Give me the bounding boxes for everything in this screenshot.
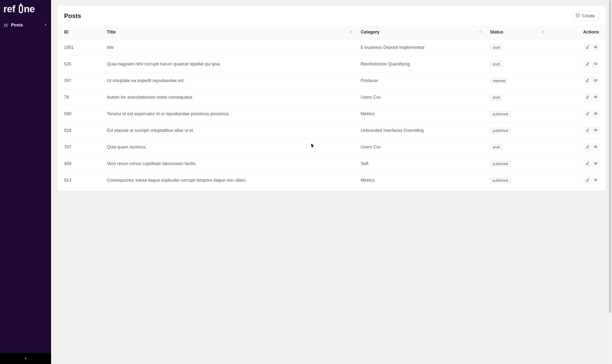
edit-icon — [585, 45, 589, 50]
view-button[interactable] — [592, 44, 599, 51]
edit-button[interactable] — [584, 127, 591, 134]
cell-status: published — [485, 122, 548, 139]
cell-actions — [548, 56, 606, 72]
scrollbar-thumb[interactable] — [609, 0, 611, 313]
cell-category: Producer — [356, 72, 485, 89]
svg-point-24 — [595, 130, 596, 131]
chevron-left-icon — [24, 357, 28, 360]
cell-actions — [548, 156, 606, 172]
edit-button[interactable] — [584, 177, 591, 183]
cell-title: title — [102, 39, 356, 56]
filter-icon[interactable] — [541, 31, 544, 34]
edit-button[interactable] — [584, 94, 591, 101]
column-header-status[interactable]: Status — [485, 25, 548, 39]
table-row: 397Ut voluptate ea impedit repudiandae e… — [57, 72, 606, 89]
view-button[interactable] — [592, 94, 599, 101]
eye-icon — [594, 112, 598, 116]
cell-id: 818 — [57, 122, 102, 139]
svg-point-28 — [595, 163, 596, 164]
edit-button[interactable] — [584, 144, 591, 150]
cell-category: Users Css — [356, 139, 485, 156]
edit-icon — [585, 62, 589, 66]
view-button[interactable] — [592, 110, 599, 117]
eye-icon — [594, 161, 598, 166]
cell-status: draft — [485, 89, 548, 106]
cell-status: published — [485, 106, 548, 122]
view-button[interactable] — [592, 127, 599, 134]
posts-table: ID Title Category — [57, 25, 606, 189]
posts-card: Posts Create ID — [57, 6, 606, 191]
table-row: 590Tenetur id est aspernatur id ut repud… — [57, 106, 606, 122]
refine-logo-icon: ref ne — [3, 3, 48, 14]
status-badge: published — [490, 128, 511, 133]
status-badge: published — [490, 111, 511, 117]
column-header-category[interactable]: Category — [356, 25, 485, 39]
logo[interactable]: ref ne — [0, 0, 51, 20]
cell-category: Metrics — [356, 172, 485, 189]
cell-category: Revolutionize Quantifying — [356, 56, 485, 72]
status-badge: rejected — [490, 78, 508, 83]
column-header-title[interactable]: Title — [102, 25, 356, 39]
create-button[interactable]: Create — [571, 11, 599, 21]
status-badge: published — [490, 178, 511, 183]
svg-text:ref: ref — [3, 3, 15, 14]
svg-point-26 — [595, 146, 596, 147]
sidebar-item-posts[interactable]: Posts — [0, 20, 51, 30]
filter-icon[interactable] — [349, 31, 352, 34]
cell-id: 397 — [57, 72, 102, 89]
cell-actions — [548, 106, 606, 122]
sidebar: ref ne Posts — [0, 0, 51, 364]
main-content: Posts Create ID — [51, 0, 612, 364]
eye-icon — [594, 95, 598, 100]
list-icon — [4, 23, 8, 27]
cell-id: 526 — [57, 56, 102, 72]
sidebar-nav: Posts — [0, 20, 51, 353]
cell-actions — [548, 39, 606, 56]
svg-point-7 — [4, 24, 5, 24]
view-button[interactable] — [592, 77, 599, 84]
view-button[interactable] — [592, 144, 599, 150]
status-badge: draft — [490, 94, 503, 100]
edit-button[interactable] — [584, 44, 591, 51]
cell-title: Quia quam ducimus. — [102, 139, 356, 156]
cell-title: Consequuntur soluta itaque explicabo cor… — [102, 172, 356, 189]
filter-icon[interactable] — [478, 31, 482, 34]
edit-button[interactable] — [584, 61, 591, 67]
eye-icon — [594, 62, 598, 66]
cell-title: Est placeat at suscipit voluptatibus ali… — [102, 122, 356, 139]
view-button[interactable] — [592, 177, 599, 183]
table-row: 526Quia magnam nihil corrupti harum quae… — [57, 56, 606, 72]
table-row: 913Consequuntur soluta itaque explicabo … — [57, 172, 606, 189]
edit-button[interactable] — [584, 160, 591, 167]
cell-category: Soft — [356, 156, 485, 172]
edit-button[interactable] — [584, 110, 591, 117]
sidebar-collapse-button[interactable] — [0, 353, 51, 364]
edit-button[interactable] — [584, 77, 591, 84]
edit-icon — [585, 95, 589, 100]
column-header-actions: Actions — [548, 25, 606, 39]
cell-id: 590 — [57, 106, 102, 122]
scrollbar[interactable] — [608, 0, 612, 364]
table-row: 818Est placeat at suscipit voluptatibus … — [57, 122, 606, 139]
svg-point-8 — [4, 25, 5, 26]
cell-status: published — [485, 156, 548, 172]
table-row: 409Vero rerum minus cupiditate laboriosa… — [57, 156, 606, 172]
svg-point-14 — [595, 47, 596, 48]
view-button[interactable] — [592, 160, 599, 167]
edit-icon — [585, 112, 589, 116]
sidebar-item-label: Posts — [11, 23, 23, 28]
svg-point-30 — [595, 180, 596, 181]
eye-icon — [594, 45, 598, 50]
svg-point-16 — [595, 63, 596, 64]
eye-icon — [594, 178, 598, 182]
cell-status: draft — [485, 139, 548, 156]
cell-id: 767 — [57, 139, 102, 156]
cell-actions — [548, 122, 606, 139]
eye-icon — [594, 145, 598, 149]
view-button[interactable] — [592, 61, 599, 67]
table-row: 1001titleE-business Deposit Implementedd… — [57, 39, 606, 56]
cell-status: published — [485, 172, 548, 189]
column-header-id[interactable]: ID — [57, 25, 102, 39]
chevron-right-icon — [44, 23, 47, 28]
edit-icon — [585, 78, 589, 83]
